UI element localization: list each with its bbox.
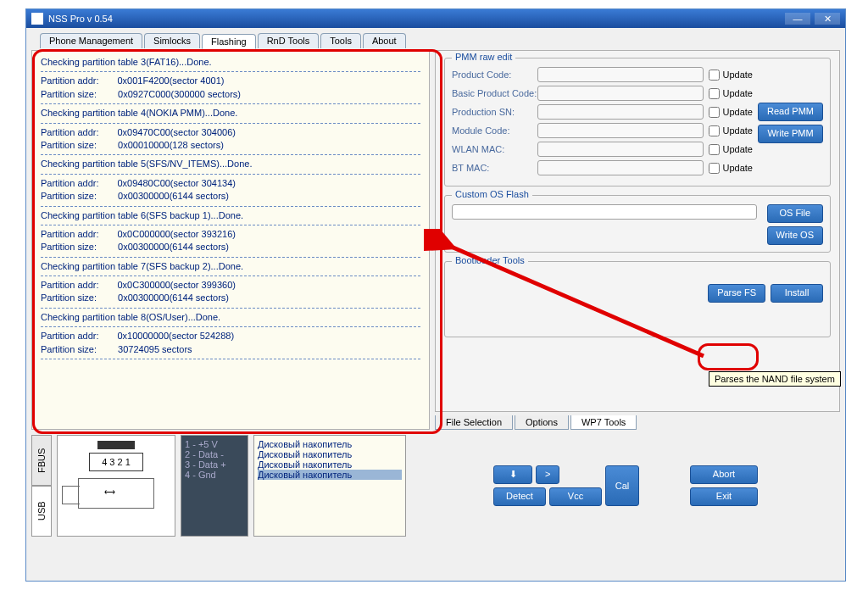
bt-mac-field[interactable] <box>537 160 704 175</box>
abort-button[interactable]: Abort <box>690 465 758 484</box>
update-check[interactable] <box>709 107 720 118</box>
log-line: Partition size: 30724095 sectors <box>41 343 420 356</box>
log-line: Partition size: 0x00300000(6144 sectors) <box>41 292 420 304</box>
fbus-button[interactable]: FBUS <box>31 435 52 486</box>
subtab-wp7-tools[interactable]: WP7 Tools <box>570 415 637 430</box>
cal-button[interactable]: Cal <box>605 465 639 506</box>
titlebar: NSS Pro v 0.54 — ✕ <box>26 9 845 28</box>
log-line: Checking partition table 4(NOKIA PMM)...… <box>41 107 420 120</box>
window-title: NSS Pro v 0.54 <box>48 14 113 24</box>
pin-item: 2 - Data - <box>185 449 244 459</box>
product-code-field[interactable] <box>537 67 704 82</box>
detect-button[interactable]: Detect <box>493 487 546 506</box>
tab-rnd-tools[interactable]: RnD Tools <box>258 33 320 48</box>
write-pmm-button[interactable]: Write PMM <box>758 125 823 143</box>
log-line: Checking partition table 7(SFS backup 2)… <box>41 260 420 273</box>
module-code-field[interactable] <box>537 123 704 138</box>
log-line: Partition addr: 0x09470C00(sector 304006… <box>41 126 420 139</box>
pin-item: 1 - +5 V <box>185 439 244 449</box>
log-line: Partition size: 0x00300000(6144 sectors) <box>41 241 420 253</box>
wlan-mac-field[interactable] <box>537 142 704 157</box>
log-output: Checking partition table 3(FAT16)...Done… <box>31 50 430 430</box>
close-button[interactable]: ✕ <box>815 13 840 25</box>
group-title: Custom OS Flash <box>452 189 532 199</box>
log-line: Partition addr: 0x001F4200(sector 4001) <box>41 75 420 87</box>
log-line: Checking partition table 8(OS/User)...Do… <box>41 311 420 324</box>
update-check[interactable] <box>709 163 720 174</box>
label-production-sn: Production SN: <box>452 107 532 117</box>
usb-button[interactable]: USB <box>31 486 52 537</box>
parse-fs-button[interactable]: Parse FS <box>708 284 765 303</box>
log-line: Partition size: 0x00010000(128 sectors) <box>41 139 420 152</box>
update-check[interactable] <box>709 125 720 136</box>
log-line: Partition addr: 0x10000000(sector 524288… <box>41 330 420 342</box>
group-title: Bootloader Tools <box>452 255 528 265</box>
log-line: Checking partition table 3(FAT16)...Done… <box>41 56 420 69</box>
app-icon <box>31 13 43 25</box>
os-file-field[interactable] <box>452 204 757 220</box>
main-tabs: Phone Management Simlocks Flashing RnD T… <box>40 33 840 48</box>
minimize-button[interactable]: — <box>785 13 810 25</box>
tab-about[interactable]: About <box>363 33 406 48</box>
update-check[interactable] <box>709 144 720 155</box>
list-item[interactable]: Дисковый накопитель <box>258 470 402 480</box>
install-button[interactable]: Install <box>771 284 823 303</box>
log-line: Partition addr: 0x09480C00(sector 304134… <box>41 177 420 190</box>
basic-product-code-field[interactable] <box>537 86 704 101</box>
log-line: Checking partition table 6(SFS backup 1)… <box>41 209 420 222</box>
usb-diagram: 4 3 2 1 ⟷ <box>57 435 175 537</box>
label-module-code: Module Code: <box>452 125 532 136</box>
write-os-button[interactable]: Write OS <box>767 226 823 245</box>
bootloader-tools-group: Bootloader Tools Parse FS Install <box>444 261 831 337</box>
sub-tabs: File Selection Options WP7 Tools <box>435 415 840 430</box>
log-line: Partition addr: 0x0C300000(sector 399360… <box>41 279 420 292</box>
vcc-button[interactable]: Vcc <box>549 487 602 506</box>
pin-list: 1 - +5 V 2 - Data - 3 - Data + 4 - Gnd <box>181 435 248 537</box>
log-line: Partition addr: 0x0C000000(sector 393216… <box>41 228 420 241</box>
label-basic-product-code: Basic Product Code: <box>452 88 532 98</box>
label-wlan-mac: WLAN MAC: <box>452 144 532 154</box>
tab-phone-management[interactable]: Phone Management <box>40 33 142 48</box>
label-bt-mac: BT MAC: <box>452 163 532 173</box>
tab-flashing[interactable]: Flashing <box>202 34 256 49</box>
pmm-raw-edit-group: PMM raw edit Product Code:Update Basic P… <box>444 58 831 186</box>
tooltip-parse-fs: Parses the NAND file system <box>709 371 841 387</box>
forward-button[interactable]: > <box>536 465 559 484</box>
subtab-options[interactable]: Options <box>515 415 569 430</box>
custom-os-flash-group: Custom OS Flash OS File Write OS <box>444 195 831 253</box>
pin-item: 4 - Gnd <box>185 470 244 480</box>
tab-tools[interactable]: Tools <box>320 33 361 48</box>
pin-item: 3 - Data + <box>185 459 244 470</box>
list-item[interactable]: Дисковый накопитель <box>258 439 402 449</box>
label-product-code: Product Code: <box>452 70 532 80</box>
log-line: Partition size: 0x0927C000(300000 sector… <box>41 88 420 101</box>
exit-button[interactable]: Exit <box>690 487 758 506</box>
dropdown-button[interactable]: ⬇ <box>493 465 532 484</box>
tab-simlocks[interactable]: Simlocks <box>144 33 200 48</box>
production-sn-field[interactable] <box>537 104 704 120</box>
list-item[interactable]: Дисковый накопитель <box>258 459 402 470</box>
update-check[interactable] <box>709 70 720 81</box>
app-window: NSS Pro v 0.54 — ✕ Phone Management Siml… <box>25 8 846 582</box>
list-item[interactable]: Дисковый накопитель <box>258 449 402 459</box>
drive-list[interactable]: Дисковый накопитель Дисковый накопитель … <box>253 435 406 537</box>
group-title: PMM raw edit <box>452 52 515 62</box>
log-line: Checking partition table 5(SFS/NV_ITEMS)… <box>41 158 420 170</box>
subtab-file-selection[interactable]: File Selection <box>435 415 513 430</box>
read-pmm-button[interactable]: Read PMM <box>758 103 823 121</box>
os-file-button[interactable]: OS File <box>767 204 823 223</box>
update-check[interactable] <box>709 88 720 99</box>
log-line: Partition size: 0x00300000(6144 sectors) <box>41 190 420 203</box>
